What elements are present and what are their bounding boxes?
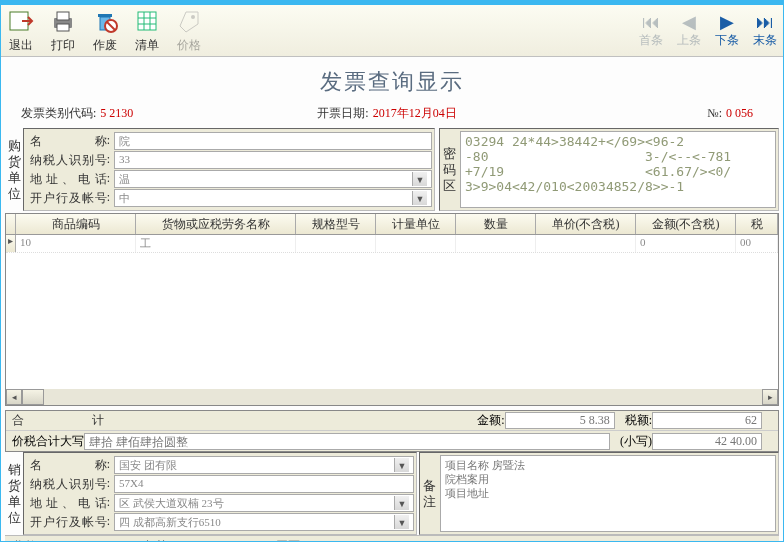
chevron-down-icon[interactable]: ▼ <box>394 458 409 472</box>
notes-panel: 备注 项目名称 房暨法 院档案用 项目地址 <box>419 452 779 535</box>
svg-rect-2 <box>57 12 69 20</box>
buyer-name-input[interactable]: 院 <box>114 132 432 150</box>
amount-value: 5 8.38 <box>505 412 615 429</box>
exit-icon <box>7 7 35 35</box>
seller-name-label: 名 称 <box>26 457 114 474</box>
seller-addr-combo[interactable]: 区 武侯大道双楠 23号▼ <box>114 494 414 512</box>
scroll-left-icon[interactable]: ◂ <box>6 389 22 405</box>
void-icon <box>91 7 119 35</box>
page-title: 发票查询显示 <box>1 57 783 105</box>
list-button[interactable]: 清单 <box>133 7 161 54</box>
cap-label: 价税合计大写 <box>12 433 84 450</box>
cipher-panel: 密码区 03294 24*44>38442+</69><96-2 -80 3-/… <box>439 128 779 211</box>
cell-qty[interactable] <box>456 235 536 252</box>
prev-icon: ◀ <box>682 12 696 32</box>
grid-body[interactable]: ▸ 10 工 0 00 <box>6 235 778 389</box>
check-value[interactable] <box>176 539 256 543</box>
footer-row: 收款: 复核: 开票: <box>5 535 779 542</box>
col-name[interactable]: 货物或应税劳务名称 <box>136 214 296 234</box>
price-label: 价格 <box>177 37 201 54</box>
col-price[interactable]: 单价(不含税) <box>536 214 636 234</box>
date-label: 开票日期: <box>317 106 368 120</box>
col-tax[interactable]: 税 <box>736 214 778 234</box>
no-label: №: <box>707 106 722 120</box>
type-label: 发票类别代码: <box>21 106 96 120</box>
cell-price[interactable] <box>536 235 636 252</box>
chevron-down-icon[interactable]: ▼ <box>412 172 427 186</box>
buyer-cipher-panel: 购货单位 名 称 院 纳税人识别号33 地址、电话温▼ 开户行及帐号中▼ 密码区… <box>5 128 779 211</box>
notes-text[interactable]: 项目名称 房暨法 院档案用 项目地址 <box>440 455 776 532</box>
header-row: 发票类别代码:5 2130 开票日期:2017年12月04日 №:0 056 <box>1 105 783 128</box>
print-icon <box>49 7 77 35</box>
last-label: 末条 <box>753 32 777 49</box>
seller-taxid-label: 纳税人识别号 <box>26 476 114 493</box>
date-value: 2017年12月04日 <box>373 106 457 120</box>
seller-taxid-input[interactable]: 57X4 <box>114 475 414 493</box>
void-label: 作废 <box>93 37 117 54</box>
row-marker: ▸ <box>6 235 16 252</box>
seller-addr-label: 地址、电话 <box>26 495 114 512</box>
cell-amount[interactable]: 0 <box>636 235 736 252</box>
table-row: ▸ 10 工 0 00 <box>6 235 778 253</box>
col-spec[interactable]: 规格型号 <box>296 214 376 234</box>
amount-label: 金额: <box>477 412 504 429</box>
first-icon: ⏮ <box>642 12 660 32</box>
last-icon: ⏭ <box>756 12 774 32</box>
payee-value[interactable] <box>44 539 124 543</box>
col-amount[interactable]: 金额(不含税) <box>636 214 736 234</box>
row-marker-header <box>6 214 16 234</box>
prev-button: ◀ 上条 <box>677 12 701 49</box>
check-label: 复核: <box>144 538 171 542</box>
cell-tax[interactable]: 00 <box>736 235 778 252</box>
issuer-value[interactable] <box>307 539 387 543</box>
cell-name[interactable]: 工 <box>136 235 296 252</box>
chevron-down-icon[interactable]: ▼ <box>394 496 409 510</box>
cipher-title: 密码区 <box>440 129 458 210</box>
cap-value: 肆拾 肆佰肆拾圆整 <box>84 433 610 450</box>
exit-label: 退出 <box>9 37 33 54</box>
buyer-addr-label: 地址、电话 <box>26 171 114 188</box>
first-button: ⏮ 首条 <box>639 12 663 49</box>
notes-title: 备注 <box>420 453 438 534</box>
buyer-taxid-input[interactable]: 33 <box>114 151 432 169</box>
print-button[interactable]: 打印 <box>49 7 77 54</box>
buyer-taxid-label: 纳税人识别号 <box>26 152 114 169</box>
list-icon <box>133 7 161 35</box>
col-code[interactable]: 商品编码 <box>16 214 136 234</box>
seller-bank-label: 开户行及帐号 <box>26 514 114 531</box>
exit-button[interactable]: 退出 <box>7 7 35 54</box>
buyer-fields: 名 称 院 纳税人识别号33 地址、电话温▼ 开户行及帐号中▼ <box>23 128 435 211</box>
tax-label: 税额: <box>625 412 652 429</box>
toolbar: 退出 打印 作废 清单 价格 ⏮ 首条 ◀ 上条 ▶ 下条 ⏭ 末条 <box>1 5 783 57</box>
next-button[interactable]: ▶ 下条 <box>715 12 739 49</box>
grid-header: 商品编码 货物或应税劳务名称 规格型号 计量单位 数量 单价(不含税) 金额(不… <box>6 214 778 235</box>
last-button[interactable]: ⏭ 末条 <box>753 12 777 49</box>
cell-spec[interactable] <box>296 235 376 252</box>
h-scrollbar[interactable]: ◂ ▸ <box>6 389 778 405</box>
small-label: (小写) <box>620 433 652 450</box>
buyer-addr-combo[interactable]: 温▼ <box>114 170 432 188</box>
svg-rect-3 <box>57 24 69 31</box>
void-button[interactable]: 作废 <box>91 7 119 54</box>
svg-point-7 <box>191 15 195 19</box>
next-label: 下条 <box>715 32 739 49</box>
cipher-text: 03294 24*44>38442+</69><96-2 -80 3-/<--<… <box>460 131 776 208</box>
tax-value: 62 <box>652 412 762 429</box>
seller-fields: 名 称国安 团有限▼ 纳税人识别号 57X4 地址、电话 区 武侯大道双楠 23… <box>23 452 417 535</box>
price-button: 价格 <box>175 7 203 54</box>
cell-unit[interactable] <box>376 235 456 252</box>
chevron-down-icon[interactable]: ▼ <box>394 515 409 529</box>
scroll-thumb[interactable] <box>22 389 44 405</box>
issuer-label: 开票: <box>276 538 303 542</box>
buyer-bank-combo[interactable]: 中▼ <box>114 189 432 207</box>
seller-bank-combo[interactable]: 四 成都高新支行6510▼ <box>114 513 414 531</box>
col-unit[interactable]: 计量单位 <box>376 214 456 234</box>
cell-code[interactable]: 10 <box>16 235 136 252</box>
col-qty[interactable]: 数量 <box>456 214 536 234</box>
chevron-down-icon[interactable]: ▼ <box>412 191 427 205</box>
type-value: 5 2130 <box>100 106 133 120</box>
sum-label: 合 计 <box>12 412 112 429</box>
scroll-right-icon[interactable]: ▸ <box>762 389 778 405</box>
seller-name-combo[interactable]: 国安 团有限▼ <box>114 456 414 474</box>
items-grid: 商品编码 货物或应税劳务名称 规格型号 计量单位 数量 单价(不含税) 金额(不… <box>5 213 779 406</box>
